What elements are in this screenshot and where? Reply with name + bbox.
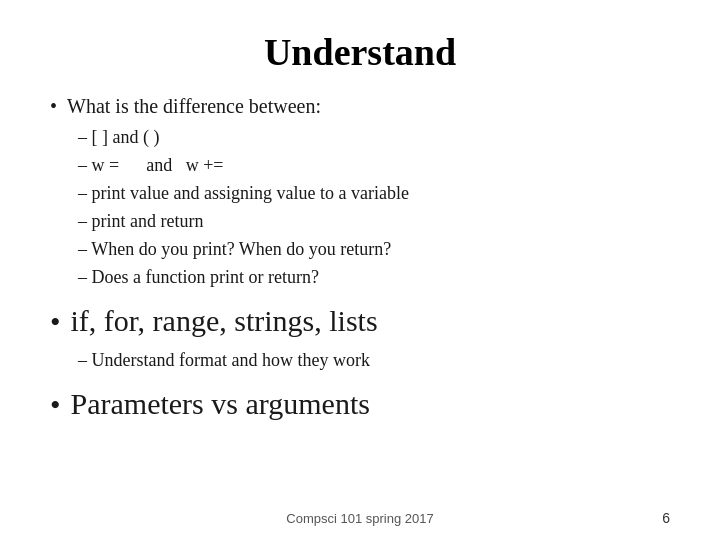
bullet-text-1: What is the difference between:	[67, 92, 321, 120]
bullet-section-1: • What is the difference between: – [ ] …	[50, 92, 670, 291]
sub-item-1-2: – print value and assigning value to a v…	[78, 180, 670, 207]
sub-text-1-2: – print value and assigning value to a v…	[78, 180, 409, 207]
sub-text-1-0: – [ ] and ( )	[78, 124, 159, 151]
sub-text-1-4: – When do you print? When do you return?	[78, 236, 391, 263]
sub-item-1-1: – w = and w +=	[78, 152, 670, 179]
sub-text-1-1: – w = and w +=	[78, 152, 223, 179]
bullet-section-2: • if, for, range, strings, lists – Under…	[50, 301, 670, 374]
sub-text-2-0: – Understand format and how they work	[78, 347, 370, 374]
slide: Understand • What is the difference betw…	[0, 0, 720, 540]
sub-text-1-5: – Does a function print or return?	[78, 264, 319, 291]
bullet-text-2: if, for, range, strings, lists	[71, 301, 378, 340]
bullet-dot-2: •	[50, 301, 61, 343]
sub-item-1-3: – print and return	[78, 208, 670, 235]
bullet-dot-3: •	[50, 384, 61, 426]
bullet-main-1: • What is the difference between:	[50, 92, 670, 120]
sub-item-1-5: – Does a function print or return?	[78, 264, 670, 291]
page-number: 6	[662, 510, 670, 526]
bullet2-subitems: – Understand format and how they work	[78, 347, 670, 374]
sub-text-1-3: – print and return	[78, 208, 203, 235]
bullet-text-3: Parameters vs arguments	[71, 384, 370, 423]
bullet1-subitems: – [ ] and ( ) – w = and w += – print val…	[78, 124, 670, 291]
bullet-main-2: • if, for, range, strings, lists	[50, 301, 670, 343]
slide-title: Understand	[50, 30, 670, 74]
footer: Compsci 101 spring 2017	[0, 511, 720, 526]
sub-item-2-0: – Understand format and how they work	[78, 347, 670, 374]
sub-item-1-4: – When do you print? When do you return?	[78, 236, 670, 263]
bullet-section-3: • Parameters vs arguments	[50, 384, 670, 430]
sub-item-1-0: – [ ] and ( )	[78, 124, 670, 151]
bullet-main-3: • Parameters vs arguments	[50, 384, 670, 426]
bullet-dot-1: •	[50, 92, 57, 120]
footer-text: Compsci 101 spring 2017	[286, 511, 433, 526]
